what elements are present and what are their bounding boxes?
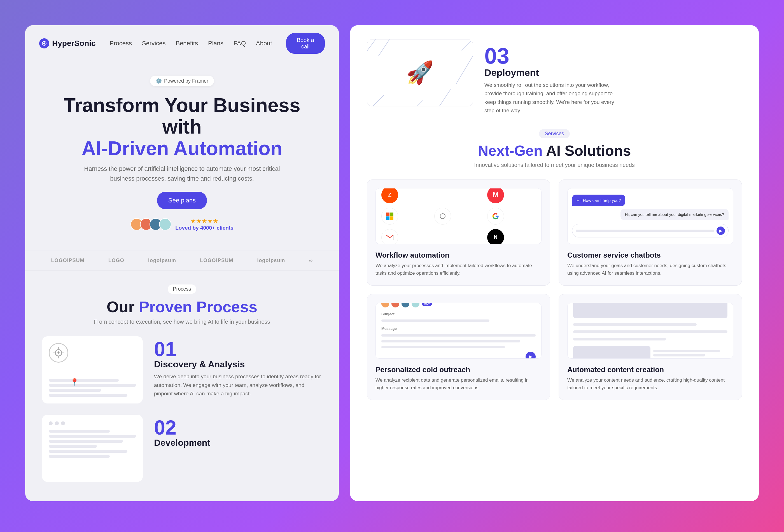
process-item-2: 02 Development — [42, 415, 322, 482]
process-title: Our Proven Process — [42, 298, 322, 316]
deployment-info: 03 Deployment We smoothly roll out the s… — [484, 39, 624, 115]
svg-rect-11 — [390, 217, 393, 220]
left-panel: HyperSonic Process Services Benefits Pla… — [25, 25, 339, 501]
services-grid: Z M — [367, 179, 742, 400]
services-tag: Services — [539, 129, 569, 138]
nav-plans[interactable]: Plans — [208, 40, 223, 47]
hero-subtitle: Harness the power of artificial intellig… — [84, 164, 280, 184]
svg-line-1 — [367, 39, 376, 51]
card-dots — [49, 421, 136, 425]
deployment-section: 🚀 03 Deployment We smoothly roll out the… — [350, 25, 759, 115]
loved-text: Loved by 4000+ clients — [175, 225, 233, 231]
nav-faq[interactable]: FAQ — [233, 40, 246, 47]
svg-line-7 — [439, 90, 450, 106]
workflow-visual: Z M — [375, 188, 541, 244]
logo-1: LOGOIPSUM — [51, 258, 85, 263]
svg-line-6 — [412, 101, 423, 106]
svg-line-3 — [462, 39, 473, 51]
logo-3: logoipsum — [148, 258, 176, 263]
subject-label: Subject — [381, 312, 536, 316]
content-container — [567, 303, 733, 359]
content-placeholder — [573, 303, 727, 318]
services-subtitle: Innovative solutions tailored to meet yo… — [367, 162, 742, 168]
notion-icon: N — [487, 229, 504, 244]
nav-about[interactable]: About — [256, 40, 272, 47]
process-subtitle: From concept to execution, see how we br… — [42, 319, 322, 325]
outreach-avatar-1 — [381, 303, 389, 307]
content-visual — [567, 303, 733, 359]
powered-badge: ⚙️ Powered by Framer — [150, 76, 214, 86]
zapier-icon: Z — [381, 188, 398, 203]
outreach-send-button[interactable]: ▶ — [526, 352, 536, 359]
services-section: Services Next-Gen AI Solutions Innovativ… — [350, 115, 759, 501]
development-card — [42, 415, 143, 482]
outreach-card: 6k+ Subject Message ▶ Personalized cold … — [367, 294, 550, 400]
deployment-visual: 🚀 — [367, 39, 473, 106]
logo[interactable]: HyperSonic — [39, 38, 96, 49]
process-info-2: 02 Development — [154, 415, 210, 451]
microsoft-icon — [381, 208, 398, 225]
workflow-title: Workflow automation — [375, 251, 541, 259]
workflow-icons: Z M — [376, 188, 541, 244]
outreach-header: 6k+ — [381, 303, 536, 307]
outreach-title: Personalized cold outreach — [375, 365, 541, 374]
avatars — [131, 218, 171, 230]
workflow-desc: We analyze your processes and implement … — [375, 262, 541, 277]
svg-rect-8 — [386, 213, 390, 216]
outreach-avatar-2 — [391, 303, 399, 307]
chat-hello: Hi! How can I help you? — [572, 195, 625, 206]
chat-container: Hi! How can I help you? Hi, can you tell… — [567, 190, 733, 242]
openai-icon — [434, 208, 451, 225]
chatbot-title: Customer service chatbots — [567, 251, 733, 259]
avatar-4 — [159, 218, 171, 230]
message-label: Message — [381, 327, 536, 331]
hero-title-line1: Transform Your Business with — [63, 94, 300, 138]
process-tag: Process — [168, 284, 196, 294]
services-title: Next-Gen AI Solutions — [367, 142, 742, 159]
crosshair-icon: + — [49, 343, 68, 363]
nav-process[interactable]: Process — [110, 40, 132, 47]
nav-links: Process Services Benefits Plans FAQ Abou… — [110, 40, 272, 47]
right-panel: 🚀 03 Deployment We smoothly roll out the… — [350, 25, 759, 501]
location-pin-icon: 📍 — [70, 378, 79, 387]
card-lines — [49, 379, 136, 397]
hero-title-line2: AI-Driven Automation — [82, 138, 282, 159]
chat-input-row: ▶ — [572, 224, 729, 237]
chatbot-card: Hi! How can I help you? Hi, can you tell… — [559, 179, 742, 286]
logo-4: LOGOIPSUM — [200, 258, 233, 263]
monday-icon: M — [487, 188, 504, 203]
svg-line-2 — [378, 39, 390, 56]
logo-icon — [39, 38, 49, 49]
nav-services[interactable]: Services — [142, 40, 166, 47]
logo-text: HyperSonic — [52, 39, 96, 48]
google-icon — [487, 208, 504, 225]
content-card: Automated content creation We analyze yo… — [559, 294, 742, 400]
hero-title: Transform Your Business with AI-Driven A… — [48, 95, 316, 159]
navigation: HyperSonic Process Services Benefits Pla… — [25, 25, 339, 62]
book-call-button[interactable]: Book a call — [286, 33, 325, 54]
svg-rect-10 — [386, 217, 390, 220]
outreach-avatar-3 — [401, 303, 409, 307]
outreach-desc: We analyze recipient data and generate p… — [375, 376, 541, 391]
chatbot-desc: We understand your goals and customer ne… — [567, 262, 733, 277]
discovery-card: + 📍 — [42, 336, 143, 403]
logos-row: LOGOIPSUM LOGO logoipsum LOGOIPSUM logoi… — [25, 251, 339, 271]
framer-icon: ⚙️ — [156, 78, 162, 84]
nav-benefits[interactable]: Benefits — [175, 40, 198, 47]
content-desc: We analyze your content needs and audien… — [567, 376, 733, 391]
stars: ★★★★★ Loved by 4000+ clients — [175, 218, 233, 231]
chatbot-visual: Hi! How can I help you? Hi, can you tell… — [567, 188, 733, 244]
chat-send-button[interactable]: ▶ — [717, 226, 725, 235]
content-title: Automated content creation — [567, 365, 733, 374]
process-info-1: 01 Discovery & Analysis We delve deep in… — [154, 336, 322, 398]
gmail-icon — [381, 229, 398, 244]
see-plans-button[interactable]: See plans — [157, 192, 207, 209]
chat-response: Hi, can you tell me about your digital m… — [620, 209, 729, 220]
more-count-badge: 6k+ — [422, 303, 432, 306]
outreach-avatar-4 — [412, 303, 419, 307]
svg-rect-9 — [390, 213, 393, 216]
outreach-container: 6k+ Subject Message ▶ — [376, 303, 541, 359]
logo-6: ∞ — [309, 258, 313, 263]
process-item-1: + 📍 01 Discovery & Analysis We delve dee… — [42, 336, 322, 403]
logo-2: LOGO — [108, 258, 124, 263]
